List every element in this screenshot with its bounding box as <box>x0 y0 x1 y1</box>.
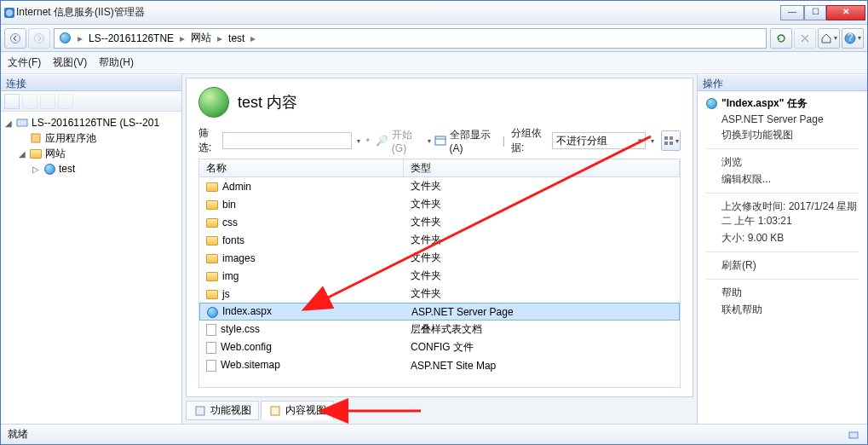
browse-link[interactable]: 浏览 <box>706 155 859 170</box>
filter-dropdown-icon[interactable]: ▾ <box>357 137 360 145</box>
breadcrumb-sites[interactable]: 网站 <box>191 31 211 45</box>
maximize-button[interactable]: ☐ <box>804 5 826 20</box>
file-row[interactable]: img文件夹 <box>199 267 680 285</box>
tab-feature-view[interactable]: 功能视图 <box>186 401 259 420</box>
save-button[interactable] <box>22 94 37 109</box>
file-row[interactable]: Admin文件夹 <box>199 177 680 195</box>
breadcrumb-host[interactable]: LS--20161126TNE <box>89 32 174 44</box>
file-list-header: 名称 类型 <box>198 159 681 177</box>
col-name[interactable]: 名称 <box>199 159 404 176</box>
titlebar: Internet 信息服务(IIS)管理器 — ☐ ✕ <box>1 1 867 25</box>
file-name: img <box>222 270 239 282</box>
globe-icon <box>207 307 218 318</box>
file-row[interactable]: style.css层叠样式表文档 <box>199 321 680 338</box>
feature-icon <box>193 404 207 418</box>
tree-app-pools[interactable]: 应用程序池 <box>3 130 180 146</box>
breadcrumb-sep-icon: ▸ <box>248 32 258 44</box>
menu-view[interactable]: 视图(V) <box>53 55 87 70</box>
delete-button[interactable] <box>40 94 55 109</box>
file-row[interactable]: fonts文件夹 <box>199 231 680 249</box>
tab-content-view[interactable]: 内容视图 <box>261 401 334 420</box>
breadcrumb-sep-icon: ▸ <box>75 32 85 44</box>
svg-point-3 <box>35 33 44 43</box>
chevron-down-icon[interactable]: ▾ <box>651 137 654 145</box>
size-info: 大小: 9.00 KB <box>706 231 859 246</box>
svg-point-2 <box>11 33 20 43</box>
connections-panel: 连接 ◢ LS--20161126TNE (LS--201 应用程序池 ◢ 网站 <box>1 74 182 424</box>
help-icon-button[interactable]: ?▾ <box>842 28 864 49</box>
back-button[interactable] <box>4 28 26 49</box>
group-dropdown[interactable]: 不进行分组 <box>552 132 646 149</box>
go-icon: 🔎 <box>376 134 388 147</box>
tree-site-test[interactable]: ▷ test <box>3 161 180 176</box>
doc-icon <box>206 324 216 336</box>
file-row[interactable]: css文件夹 <box>199 213 680 231</box>
file-list[interactable]: Admin文件夹bin文件夹css文件夹fonts文件夹images文件夹img… <box>198 177 681 388</box>
svg-rect-12 <box>664 142 668 145</box>
actions-panel: 操作 "Index.aspx" 任务 ASP.NET Server Page 切… <box>697 74 867 424</box>
file-row[interactable]: bin文件夹 <box>199 195 680 213</box>
edit-perm-link[interactable]: 编辑权限... <box>706 172 859 187</box>
showall-button[interactable]: 全部显示(A) <box>450 128 497 154</box>
refresh-tree-button[interactable] <box>58 94 73 109</box>
breadcrumb-sep-icon: ▸ <box>215 32 225 44</box>
svg-rect-14 <box>196 407 204 415</box>
folder-icon <box>206 236 218 246</box>
file-row[interactable]: Web.sitemapASP.NET Site Map <box>199 356 680 374</box>
file-name: style.css <box>221 323 260 335</box>
switch-view-link[interactable]: 切换到功能视图 <box>706 128 859 142</box>
online-help-link[interactable]: 联机帮助 <box>706 303 859 317</box>
connect-button[interactable] <box>4 94 20 109</box>
refresh-icon-button[interactable] <box>770 28 792 49</box>
task-title: "Index.aspx" 任务 <box>721 96 808 111</box>
chevron-down-icon[interactable]: ▾ <box>428 137 431 145</box>
help-link[interactable]: 帮助 <box>706 286 859 300</box>
stop-icon-button[interactable] <box>794 28 816 49</box>
globe-icon <box>58 32 72 45</box>
folder-icon <box>206 272 218 281</box>
start-button[interactable]: 开始(G) <box>392 128 423 154</box>
forward-button[interactable] <box>28 28 50 49</box>
folder-icon <box>206 290 218 299</box>
expander-icon[interactable]: ▷ <box>32 165 40 174</box>
file-name: Index.aspx <box>222 305 272 317</box>
file-name: images <box>222 252 256 264</box>
file-type: 层叠样式表文档 <box>404 321 680 338</box>
tree-apppool-label: 应用程序池 <box>45 131 96 146</box>
file-type: 文件夹 <box>404 195 680 213</box>
file-row[interactable]: js文件夹 <box>199 285 680 303</box>
home-icon-button[interactable]: ▾ <box>818 28 840 49</box>
svg-point-1 <box>6 9 13 16</box>
close-button[interactable]: ✕ <box>826 5 865 20</box>
minimize-button[interactable]: — <box>780 5 804 20</box>
svg-rect-10 <box>664 136 668 140</box>
breadcrumb-sep-icon: ▸ <box>177 32 187 44</box>
content-panel: test 内容 筛选: ▾ • 🔎 开始(G) ▾ 全部显示(A) | 分组依据… <box>182 74 697 424</box>
file-row[interactable]: Web.configCONFIG 文件 <box>199 338 680 356</box>
globe-icon <box>43 162 56 176</box>
statusbar: 就绪 <box>1 424 867 444</box>
tree-host[interactable]: ◢ LS--20161126TNE (LS--201 <box>3 115 180 130</box>
breadcrumb[interactable]: ▸ LS--20161126TNE ▸ 网站 ▸ test ▸ <box>54 28 767 49</box>
refresh-link[interactable]: 刷新(R) <box>706 258 859 273</box>
tree-sites[interactable]: ◢ 网站 <box>3 146 180 161</box>
expander-icon[interactable]: ◢ <box>18 149 26 159</box>
connections-tree[interactable]: ◢ LS--20161126TNE (LS--201 应用程序池 ◢ 网站 ▷ … <box>1 112 181 424</box>
svg-rect-11 <box>670 136 673 140</box>
menu-help[interactable]: 帮助(H) <box>99 55 134 70</box>
col-type[interactable]: 类型 <box>404 159 680 176</box>
file-type: ASP.NET Site Map <box>404 358 680 373</box>
doc-icon <box>206 360 216 372</box>
file-row[interactable]: Index.aspxASP.NET Server Page <box>199 303 680 321</box>
content-icon <box>268 404 282 418</box>
file-row[interactable]: images文件夹 <box>199 249 680 267</box>
svg-rect-8 <box>435 136 445 145</box>
filter-input[interactable] <box>222 132 352 149</box>
folder-icon <box>29 147 43 160</box>
group-label: 分组依据: <box>511 126 549 155</box>
menu-file[interactable]: 文件(F) <box>8 55 41 70</box>
breadcrumb-site[interactable]: test <box>228 32 244 44</box>
folder-icon <box>206 254 218 263</box>
view-mode-button[interactable]: ▾ <box>661 130 681 151</box>
expander-icon[interactable]: ◢ <box>4 118 13 128</box>
